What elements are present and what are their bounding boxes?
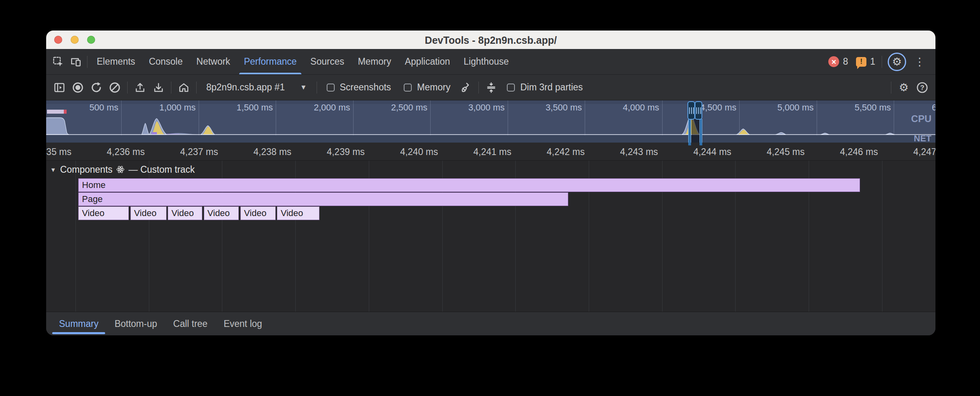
tab-memory[interactable]: Memory: [351, 49, 398, 74]
details-tab-event-log[interactable]: Event log: [216, 312, 270, 335]
divider: [317, 82, 317, 94]
overview-tick-label: 2,500 ms: [367, 102, 430, 113]
overview-tick-label: 500 ms: [58, 102, 121, 113]
overview-tick-label: 1,000 ms: [136, 102, 199, 113]
record-button[interactable]: [69, 79, 86, 96]
tab-sources[interactable]: Sources: [303, 49, 351, 74]
console-errors-badge[interactable]: × 8: [828, 56, 848, 67]
chevron-down-icon: ▼: [300, 84, 307, 92]
track-grid-line: [75, 161, 76, 312]
selection-left-handle[interactable]: [687, 101, 695, 120]
net-lane-label: NET: [914, 133, 931, 143]
upload-profile-icon[interactable]: [132, 79, 148, 96]
timeline-ruler: 4,235 ms4,236 ms4,237 ms4,238 ms4,239 ms…: [46, 143, 935, 161]
timeline-overview[interactable]: 500 ms1,000 ms1,500 ms2,000 ms2,500 ms3,…: [46, 100, 935, 143]
ruler-tick-label: 4,240 ms: [378, 143, 442, 161]
window-title: DevTools - 8p2n9n.csb.app/: [46, 31, 935, 49]
tab-lighthouse[interactable]: Lighthouse: [457, 49, 516, 74]
home-icon[interactable]: [175, 79, 192, 96]
collapse-sections-icon[interactable]: [483, 79, 500, 96]
overview-tick-label: 4,000 ms: [599, 102, 662, 113]
details-tab-summary[interactable]: Summary: [51, 312, 106, 335]
network-activity-strip: [47, 110, 67, 114]
ruler-tick-label: 4,243 ms: [598, 143, 662, 161]
svg-text:?: ?: [920, 84, 924, 91]
dim-3rd-parties-label: Dim 3rd parties: [520, 82, 583, 93]
selection-right-handle[interactable]: [695, 101, 702, 120]
overview-tick-label: 1,500 ms: [213, 102, 276, 113]
memory-label: Memory: [417, 82, 450, 93]
network-error-segment: [64, 110, 67, 114]
checkbox-icon: [327, 84, 335, 92]
ruler-tick-label: 4,244 ms: [671, 143, 735, 161]
flame-bar-video[interactable]: Video: [168, 206, 202, 220]
devtools-tabbar: ElementsConsoleNetworkPerformanceSources…: [46, 49, 935, 75]
help-icon[interactable]: ?: [914, 79, 931, 96]
dim-3rd-parties-checkbox[interactable]: Dim 3rd parties: [501, 82, 588, 93]
flame-bar-video[interactable]: Video: [78, 206, 129, 220]
devtools-settings-button[interactable]: ⚙: [888, 53, 906, 71]
divider: [127, 82, 128, 94]
capture-settings-icon[interactable]: ⚙: [895, 79, 912, 96]
macos-titlebar: DevTools - 8p2n9n.csb.app/: [46, 31, 935, 49]
overview-tick-label: 5,000 ms: [754, 102, 817, 113]
screenshots-checkbox[interactable]: Screenshots: [321, 82, 397, 93]
issues-badge[interactable]: ! 1: [856, 56, 875, 67]
ruler-tick-label: 4,237 ms: [158, 143, 222, 161]
memory-checkbox[interactable]: Memory: [398, 82, 456, 93]
tab-network[interactable]: Network: [189, 49, 237, 74]
divider: [882, 56, 882, 68]
flame-bar-video[interactable]: Video: [277, 206, 319, 220]
details-tabbar: SummaryBottom-upCall treeEvent log: [46, 312, 935, 335]
tab-performance[interactable]: Performance: [237, 49, 304, 74]
track-grid-line: [882, 161, 882, 312]
checkbox-icon: [507, 84, 515, 92]
issue-count: 1: [870, 56, 875, 67]
divider: [891, 82, 891, 94]
overview-tick-label: 3,000 ms: [445, 102, 508, 113]
custom-track-header[interactable]: ▼ Components — Custom track: [50, 163, 195, 176]
performance-toolbar: 8p2n9n.csb.app #1 ▼ Screenshots Memory: [46, 75, 935, 100]
garbage-collect-icon[interactable]: [457, 79, 474, 96]
track-title: Components — Custom track: [60, 164, 195, 175]
ruler-tick-label: 4,241 ms: [451, 143, 515, 161]
toggle-sidebar-icon[interactable]: [51, 79, 68, 96]
flame-bar-home[interactable]: Home: [78, 178, 860, 192]
record-and-reload-button[interactable]: [88, 79, 105, 96]
tab-application[interactable]: Application: [398, 49, 457, 74]
download-profile-icon[interactable]: [150, 79, 167, 96]
target-selector[interactable]: 8p2n9n.csb.app #1 ▼: [201, 82, 313, 93]
target-name: 8p2n9n.csb.app #1: [206, 82, 285, 93]
error-icon: ×: [828, 56, 839, 67]
ruler-tick-label: 4,239 ms: [305, 143, 369, 161]
selection-window[interactable]: [691, 119, 699, 143]
flame-bar-video[interactable]: Video: [130, 206, 167, 220]
inspect-element-icon[interactable]: [49, 53, 67, 71]
clear-button[interactable]: [106, 79, 123, 96]
device-toolbar-icon[interactable]: [67, 53, 85, 71]
checkbox-icon: [404, 84, 412, 92]
more-options-button[interactable]: ⋮: [909, 55, 930, 68]
flame-bar-video[interactable]: Video: [204, 206, 239, 220]
overview-tick-label: 3,500 ms: [522, 102, 585, 113]
flame-bar-page[interactable]: Page: [78, 192, 568, 206]
ruler-tick-label: 4,242 ms: [525, 143, 589, 161]
ruler-tick-label: 4,246 ms: [818, 143, 882, 161]
overview-tick-label: 5,500 ms: [831, 102, 894, 113]
selection-right-stem: [699, 119, 702, 143]
devtools-window: DevTools - 8p2n9n.csb.app/ ElementsConso…: [46, 31, 935, 335]
issue-icon: !: [856, 57, 866, 67]
error-count: 8: [843, 56, 848, 67]
tab-elements[interactable]: Elements: [90, 49, 142, 74]
details-tab-call-tree[interactable]: Call tree: [165, 312, 216, 335]
details-tab-bottom-up[interactable]: Bottom-up: [106, 312, 165, 335]
overview-tick-label: 2,000 ms: [290, 102, 353, 113]
overview-tick-label: 6,000 ms: [908, 102, 936, 113]
flamechart-canvas[interactable]: ▼ Components — Custom track HomePageVide…: [46, 161, 935, 312]
overview-tick-label: 4,500 ms: [676, 102, 739, 113]
tab-console[interactable]: Console: [142, 49, 189, 74]
divider: [478, 82, 479, 94]
flame-bar-video[interactable]: Video: [240, 206, 276, 220]
cpu-lane-label: CPU: [911, 113, 931, 125]
gear-icon: ⚙: [892, 55, 902, 68]
